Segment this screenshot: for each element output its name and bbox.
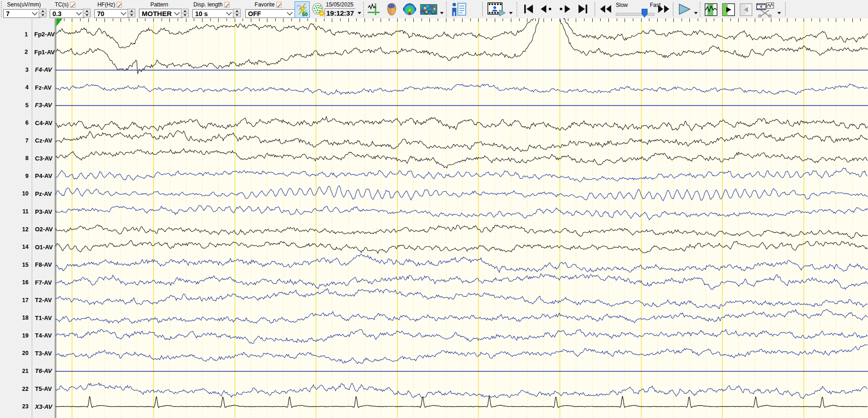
channel-name: F7-AV [32, 279, 52, 286]
spinner-up-icon[interactable] [39, 9, 46, 13]
head-3d-map-icon [385, 2, 398, 16]
chevron-down-icon [32, 10, 38, 16]
fast-forward-button[interactable] [657, 4, 671, 14]
channel-label-row[interactable]: 9P4-AV [0, 172, 55, 180]
edit-pencil-icon[interactable] [224, 2, 230, 8]
toolbar-separator [482, 2, 483, 17]
channel-label-row[interactable]: 20T3-AV [0, 349, 55, 357]
channel-label-row[interactable]: 5F3-AV [0, 101, 55, 109]
channel-label-row[interactable]: 10Pz-AV [0, 189, 55, 198]
tc-select[interactable]: 0.3 [50, 9, 85, 18]
cut-video-icon [756, 2, 775, 17]
channel-number: 15 [0, 262, 32, 268]
channel-label-row[interactable]: 1Fp2-AV [0, 30, 55, 39]
eeg-review-window: Sens(uV/mm) 7 TC(s) 0.3 HF(Hz) 70 [0, 0, 868, 418]
favorite-select[interactable]: OFF [245, 9, 295, 18]
page-back-icon [740, 3, 752, 16]
speed-slider-handle[interactable] [642, 9, 648, 17]
pattern-stepper[interactable] [181, 9, 189, 17]
channel-number: 18 [0, 315, 32, 321]
rewind-icon [599, 4, 612, 14]
sensitivity-select[interactable]: 7 [3, 9, 41, 18]
skip-to-start-button[interactable] [522, 4, 535, 14]
play-button[interactable] [677, 3, 692, 16]
channel-label-row[interactable]: 4Fz-AV [0, 83, 55, 92]
video-clip-button[interactable] [487, 2, 506, 17]
channel-number: 11 [0, 208, 32, 215]
step-back-button[interactable] [539, 4, 554, 14]
channel-label-row[interactable]: 17T2-AV [0, 296, 55, 304]
channel-label-row[interactable]: 7Cz-AV [0, 137, 55, 145]
channel-number: 22 [0, 386, 32, 392]
waveform-axes-button[interactable] [367, 2, 381, 16]
spinner-up-icon[interactable] [83, 9, 91, 13]
toolbar-separator [516, 2, 519, 17]
spinner-down-icon[interactable] [233, 13, 241, 17]
hf-select[interactable]: 70 [94, 9, 129, 18]
sensitivity-stepper[interactable] [39, 9, 46, 17]
cut-video-button[interactable] [756, 2, 775, 17]
pattern-select[interactable]: MOTHER [139, 9, 183, 18]
edit-pencil-icon[interactable] [276, 2, 282, 8]
channel-label-row[interactable]: 6C4-AV [0, 119, 55, 127]
tc-stepper[interactable] [83, 9, 91, 17]
channel-label-row[interactable]: 21T6-AV [0, 367, 55, 375]
head-3d-map-button[interactable] [385, 2, 399, 16]
channel-name: F4-AV [32, 66, 52, 73]
display-length-stepper[interactable] [233, 9, 241, 17]
topo-map-button[interactable] [403, 2, 417, 16]
channel-name: T4-AV [32, 332, 52, 339]
dropdown-arrow-icon[interactable] [777, 12, 781, 14]
spinner-down-icon[interactable] [127, 13, 135, 17]
channel-number: 20 [0, 350, 32, 356]
spinner-up-icon[interactable] [127, 9, 135, 13]
edit-pencil-icon[interactable] [116, 2, 122, 8]
spinner-down-icon[interactable] [181, 13, 189, 17]
toolbar-separator [446, 2, 448, 17]
channel-name: F8-AV [32, 261, 52, 268]
channel-label-row[interactable]: 16F7-AV [0, 278, 55, 286]
montage-settings-button[interactable] [311, 2, 325, 16]
channel-label-row[interactable]: 23X3-AV [0, 402, 55, 411]
channel-label-row[interactable]: 2Fp1-AV [0, 48, 55, 56]
channel-label-row[interactable]: 18T1-AV [0, 314, 55, 322]
skip-to-end-button[interactable] [577, 4, 590, 14]
channel-label-row[interactable]: 11P3-AV [0, 207, 55, 216]
channel-label-row[interactable]: 8C3-AV [0, 154, 55, 162]
channel-name: T5-AV [32, 385, 52, 392]
hf-stepper[interactable] [127, 9, 135, 17]
channel-label-row[interactable]: 19T4-AV [0, 332, 55, 340]
auto-page-play-button[interactable] [722, 3, 735, 17]
spinner-up-icon[interactable] [181, 9, 189, 13]
dsa-spectrogram-button[interactable] [420, 4, 437, 15]
auto-page-waveform-button[interactable] [704, 3, 718, 17]
eeg-trace-area[interactable] [56, 18, 868, 418]
edit-pencil-icon[interactable] [70, 2, 76, 8]
spinner-down-icon[interactable] [83, 13, 91, 17]
patient-info-icon [451, 2, 467, 17]
channel-label-row[interactable]: 22T5-AV [0, 385, 55, 393]
rewind-button[interactable] [599, 4, 613, 14]
step-forward-button[interactable] [557, 4, 572, 14]
dropdown-arrow-icon[interactable] [694, 12, 698, 14]
label-panel-divider [32, 18, 32, 418]
dropdown-arrow-icon[interactable] [440, 12, 444, 14]
step-back-icon [539, 4, 553, 14]
channel-label-row[interactable]: 14O1-AV [0, 243, 55, 251]
channel-label-panel: 1Fp2-AV2Fp1-AV3F4-AV4Fz-AV5F3-AV6C4-AV7C… [0, 18, 56, 418]
dropdown-arrow-icon[interactable] [509, 12, 513, 14]
dropdown-arrow-icon[interactable] [358, 12, 361, 14]
topo-map-icon [403, 2, 417, 16]
channel-label-row[interactable]: 12O2-AV [0, 225, 55, 234]
spinner-up-icon[interactable] [233, 9, 241, 13]
svg-text:50: 50 [302, 12, 308, 17]
spinner-down-icon[interactable] [39, 13, 46, 17]
channel-label-row[interactable]: 15F8-AV [0, 261, 55, 269]
patient-info-button[interactable] [450, 2, 468, 17]
channel-label-row[interactable]: 3F4-AV [0, 66, 55, 74]
display-length-select[interactable]: 10 s [192, 9, 235, 18]
notch-50-filter-button[interactable]: 50 [295, 1, 310, 18]
speed-slider-track[interactable] [616, 13, 654, 16]
toolbar-separator [785, 2, 786, 17]
channel-number: 1 [0, 31, 31, 38]
